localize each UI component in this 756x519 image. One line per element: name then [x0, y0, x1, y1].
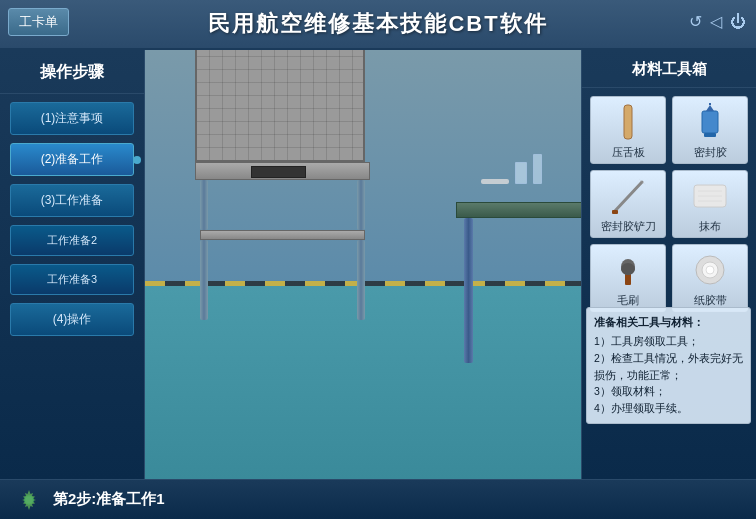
- tool-tape[interactable]: 纸胶带: [672, 244, 748, 312]
- bottom-bar: 第2步:准备工作1: [0, 479, 756, 519]
- tool-tape-label: 纸胶带: [694, 293, 727, 308]
- step-item-2[interactable]: (2)准备工作: [10, 143, 134, 176]
- tongue-depressor-icon: [603, 102, 653, 142]
- workbench-upper-legs: [195, 180, 370, 230]
- desc-line-4: 3）领取材料；: [594, 383, 743, 400]
- step-item-4[interactable]: (4)操作: [10, 303, 134, 336]
- item-cup2: [533, 154, 542, 184]
- item-plate: [481, 179, 509, 184]
- desc-line-1: 1）工具房领取工具；: [594, 333, 743, 350]
- svg-marker-2: [706, 105, 714, 111]
- sealant-icon: [685, 102, 735, 142]
- tool-brush[interactable]: 毛刷: [590, 244, 666, 312]
- top-icon-group: ↺ ◁ ⏻: [689, 12, 746, 31]
- tools-grid: 压舌板 密封胶 密封胶铲刀: [582, 88, 756, 320]
- description-box: 准备相关工具与材料： 1）工具房领取工具； 2）检查工具情况，外表完好无 损伤，…: [586, 307, 751, 424]
- svg-rect-1: [702, 111, 718, 133]
- cloth-icon: [685, 176, 735, 216]
- description-title: 准备相关工具与材料：: [594, 314, 743, 331]
- tool-spatula[interactable]: 密封胶铲刀: [590, 170, 666, 238]
- right-panel: 材料工具箱 压舌板 密封胶: [581, 50, 756, 479]
- tool-cloth-label: 抹布: [699, 219, 721, 234]
- desc-line-5: 4）办理领取手续。: [594, 400, 743, 417]
- workbench-shelf: [200, 230, 365, 240]
- svg-point-17: [706, 266, 714, 274]
- svg-point-14: [621, 263, 635, 275]
- workbench-surface: [195, 162, 370, 180]
- tool-cloth[interactable]: 抹布: [672, 170, 748, 238]
- svg-line-5: [614, 182, 642, 212]
- bottom-step-text: 第2步:准备工作1: [53, 490, 165, 509]
- step-item-3[interactable]: (3)工作准备: [10, 184, 134, 217]
- settings-icon[interactable]: [15, 486, 43, 514]
- workbench-lower-legs: [195, 240, 370, 320]
- step-item-2-label: (2)准备工作: [41, 152, 104, 166]
- tape-icon: [685, 250, 735, 290]
- step-item-3b[interactable]: 工作准备3: [10, 264, 134, 295]
- tool-spatula-label: 密封胶铲刀: [601, 219, 656, 234]
- svg-rect-4: [704, 133, 716, 137]
- desc-line-3: 损伤，功能正常；: [594, 367, 743, 384]
- step-item-3a[interactable]: 工作准备2: [10, 225, 134, 256]
- tool-brush-label: 毛刷: [617, 293, 639, 308]
- workbench-cutout: [251, 166, 306, 178]
- tool-tongue-depressor[interactable]: 压舌板: [590, 96, 666, 164]
- item-cup1: [515, 162, 527, 184]
- svg-rect-0: [624, 105, 632, 139]
- toolbox-header: 材料工具箱: [582, 50, 756, 88]
- leg-br: [357, 240, 365, 320]
- step-item-1[interactable]: (1)注意事项: [10, 102, 134, 135]
- leg-bl: [200, 240, 208, 320]
- home-icon[interactable]: ◁: [710, 12, 722, 31]
- top-bar: 工卡单 民用航空维修基本技能CBT软件 ↺ ◁ ⏻: [0, 0, 756, 50]
- power-icon[interactable]: ⏻: [730, 13, 746, 31]
- brush-icon: [603, 250, 653, 290]
- work-order-button[interactable]: 工卡单: [8, 8, 69, 36]
- steps-header: 操作步骤: [0, 50, 144, 94]
- active-indicator: [133, 156, 141, 164]
- desc-line-2: 2）检查工具情况，外表完好无: [594, 350, 743, 367]
- tool-tongue-depressor-label: 压舌板: [612, 145, 645, 160]
- tool-sealant-label: 密封胶: [694, 145, 727, 160]
- table-items: [481, 154, 542, 184]
- spatula-icon: [603, 176, 653, 216]
- refresh-icon[interactable]: ↺: [689, 12, 702, 31]
- table-leg-fl: [464, 218, 473, 363]
- tool-sealant[interactable]: 密封胶: [672, 96, 748, 164]
- app-title: 民用航空维修基本技能CBT软件: [208, 9, 547, 39]
- leg-tl: [200, 180, 208, 230]
- workbench-left: [195, 50, 370, 320]
- pegboard: [195, 50, 365, 162]
- left-panel: 操作步骤 (1)注意事项 (2)准备工作 (3)工作准备 工作准备2 工作准备3…: [0, 50, 145, 479]
- leg-tr: [357, 180, 365, 230]
- svg-rect-7: [612, 210, 618, 214]
